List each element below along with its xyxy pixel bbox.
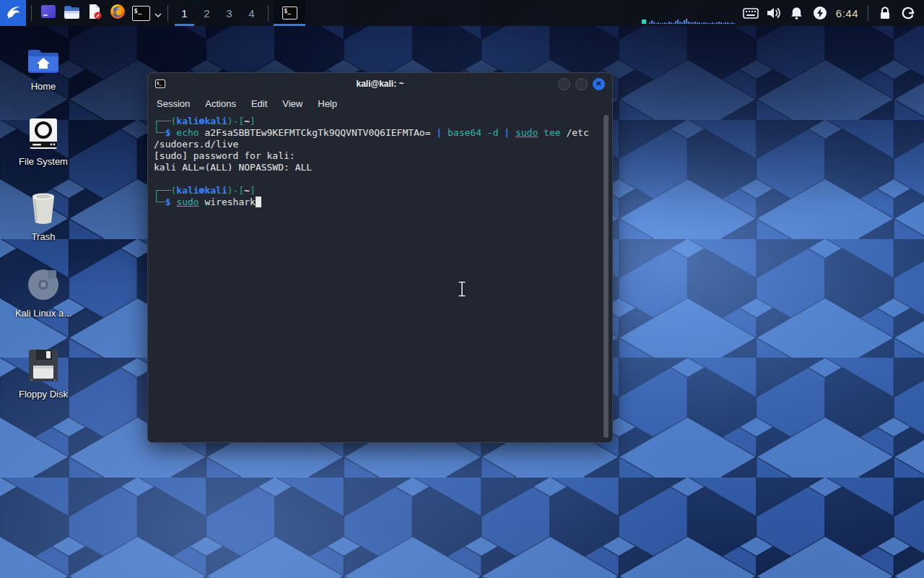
cpu-graph-bar — [731, 22, 733, 24]
cpu-graph-bar — [658, 22, 659, 24]
desktop-icon-label: Kali Linux a... — [15, 308, 71, 319]
kali-docs-disc-icon — [26, 266, 61, 302]
cpu-graph-bar — [716, 22, 718, 24]
terminal-line: /sudoers.d/live — [154, 139, 593, 150]
kali-menu-button[interactable] — [0, 0, 26, 26]
cpu-graph-bar — [703, 22, 705, 24]
terminal-line: [sudo] password for kali: — [154, 150, 593, 162]
desktop-icon-kali-linux-docs[interactable]: Kali Linux a... — [9, 266, 78, 319]
window-title: kali@kali: ~ — [148, 79, 612, 89]
cpu-graph-bar — [705, 22, 707, 24]
cpu-graph-bar — [666, 23, 668, 24]
cpu-graph-bar — [681, 22, 683, 24]
workspace-switcher: 1234 — [173, 0, 263, 26]
cpu-graph-bar — [720, 22, 722, 24]
close-button[interactable]: ✕ — [593, 78, 605, 90]
minimize-button[interactable] — [558, 78, 570, 90]
cpu-graph-bar — [651, 20, 653, 24]
window-titlebar[interactable]: $_ kali@kali: ~ ✕ — [148, 73, 612, 95]
cpu-graph-bar — [727, 22, 728, 24]
menu-item-session[interactable]: Session — [157, 98, 190, 109]
maximize-button[interactable] — [575, 78, 588, 90]
document-edit-icon — [86, 3, 103, 23]
cpu-graph-bar — [684, 20, 685, 24]
cpu-graph-bar — [707, 23, 709, 24]
workspace-button-3[interactable]: 3 — [218, 0, 240, 26]
workspace-button-4[interactable]: 4 — [240, 0, 263, 26]
workspace-button-1[interactable]: 1 — [173, 0, 196, 26]
terminal-line: └─$ echo a2FsaSBBTEw9KEFMTCkgTk9QQVNTV0Q… — [154, 127, 593, 139]
launcher-file-manager[interactable] — [60, 0, 83, 26]
cpu-graph-bar — [725, 22, 726, 24]
desktop-icon-label: Trash — [32, 231, 56, 242]
terminal-line: └─$ sudo wireshark — [154, 197, 593, 208]
panel-separator — [31, 5, 32, 21]
cpu-graph-bar — [677, 20, 679, 24]
cpu-graph-bar — [729, 23, 731, 24]
launcher-firefox[interactable] — [106, 0, 129, 26]
cpu-graph-bar — [694, 22, 696, 24]
cpu-graph-bar — [660, 23, 661, 24]
terminal-icon: $_ — [282, 7, 297, 20]
cpu-graph-indicator[interactable] — [642, 15, 735, 24]
home-folder-icon — [27, 39, 60, 75]
notification-bell-icon[interactable] — [788, 0, 806, 26]
cpu-graph-bar — [653, 22, 655, 24]
desktop-icon-file-system[interactable]: File System — [9, 114, 78, 167]
cpu-graph-bar — [714, 23, 715, 24]
cpu-graph-bar — [679, 22, 681, 24]
firefox-icon — [109, 3, 126, 23]
menu-item-help[interactable]: Help — [318, 98, 337, 109]
desktop-icon-home[interactable]: Home — [9, 39, 78, 92]
purple-window-icon — [40, 3, 57, 23]
terminal-output-area[interactable]: ┌──(kali⊛kali)-[~]└─$ echo a2FsaSBBTEw9K… — [148, 112, 612, 442]
cpu-graph-bar — [733, 23, 735, 24]
panel-separator — [167, 5, 168, 21]
kali-dragon-icon — [4, 2, 22, 24]
terminal-line — [154, 173, 593, 185]
scrollbar-thumb[interactable] — [603, 115, 609, 438]
cpu-graph-bar — [673, 23, 674, 24]
cpu-graph-bar — [671, 22, 672, 24]
cpu-graph-marker — [642, 20, 646, 24]
terminal-output: ┌──(kali⊛kali)-[~]└─$ echo a2FsaSBBTEw9K… — [154, 116, 593, 439]
launcher-terminal[interactable]: $_ — [129, 0, 152, 26]
workspace-button-2[interactable]: 2 — [196, 0, 218, 26]
folder-icon — [63, 3, 81, 24]
cpu-graph-bar — [690, 22, 692, 24]
cpu-graph-bar — [718, 22, 720, 24]
cpu-graph-bar — [723, 23, 724, 24]
filesystem-drive-icon — [27, 114, 59, 150]
desktop-icon-trash[interactable]: Trash — [9, 189, 78, 242]
top-panel: $_ 1234 $_ — [0, 0, 924, 26]
cpu-graph-bar — [697, 22, 698, 24]
cpu-graph-bar — [664, 22, 666, 24]
menu-item-actions[interactable]: Actions — [205, 98, 236, 109]
keyboard-indicator-icon[interactable] — [741, 0, 760, 26]
chevron-down-icon[interactable] — [154, 8, 162, 21]
launcher-app-window[interactable] — [37, 0, 60, 26]
log-out-icon[interactable] — [899, 0, 918, 26]
cpu-graph-bar — [686, 19, 687, 24]
desktop-icon-floppy-disk[interactable]: Floppy Disk — [9, 347, 78, 400]
lock-screen-icon[interactable] — [876, 0, 894, 26]
desktop-icon-label: File System — [19, 156, 68, 167]
cpu-graph-bar — [668, 22, 670, 24]
taskbar-window-button-terminal[interactable]: $_ — [274, 0, 305, 26]
volume-icon[interactable] — [764, 0, 783, 26]
terminal-window: $_ kali@kali: ~ ✕ SessionActionsEditView… — [147, 72, 613, 443]
trash-icon — [29, 189, 58, 225]
panel-separator — [268, 5, 269, 21]
desktop-icon-label: Floppy Disk — [19, 389, 68, 400]
power-manager-icon[interactable] — [811, 0, 829, 26]
menu-item-edit[interactable]: Edit — [251, 98, 267, 109]
clock[interactable]: 6:44 — [836, 7, 858, 20]
launcher-text-editor[interactable] — [83, 0, 106, 26]
cpu-graph-bar — [712, 22, 713, 24]
terminal-icon: $_ — [132, 6, 150, 21]
cpu-graph-bar — [692, 22, 694, 24]
desktop-icon-label: Home — [31, 81, 56, 92]
cpu-graph-bar — [662, 23, 663, 24]
menu-item-view[interactable]: View — [282, 98, 302, 109]
terminal-line: ┌──(kali⊛kali)-[~] — [154, 185, 593, 197]
